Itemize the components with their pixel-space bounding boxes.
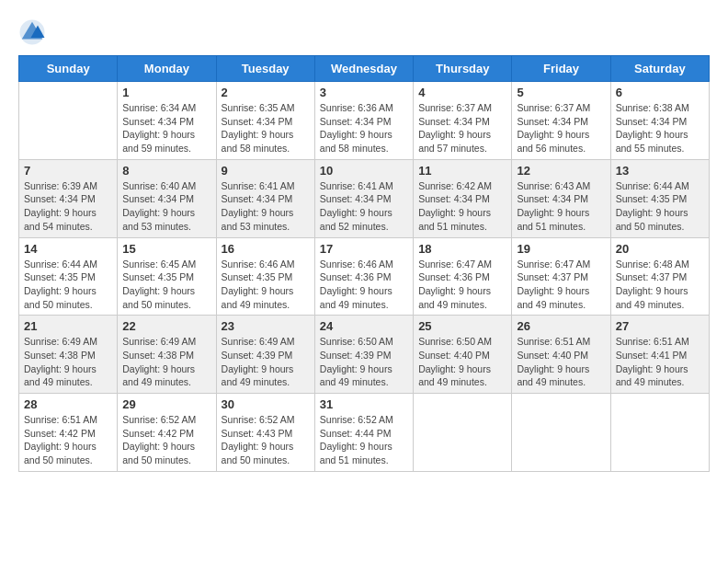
sunrise-text: Sunrise: 6:36 AM [320,102,393,113]
day-number: 27 [616,319,704,333]
sunset-text: Sunset: 4:35 PM [616,193,688,204]
daylight-text: Daylight: 9 hours and 51 minutes. [320,441,392,465]
calendar-header-row: SundayMondayTuesdayWednesdayThursdayFrid… [19,56,710,82]
sunrise-text: Sunrise: 6:49 AM [122,336,196,347]
day-detail: Sunrise: 6:40 AM Sunset: 4:34 PM Dayligh… [122,179,210,234]
logo-icon [18,18,46,46]
sunset-text: Sunset: 4:42 PM [24,428,96,439]
day-detail: Sunrise: 6:52 AM Sunset: 4:44 PM Dayligh… [320,413,408,467]
day-detail: Sunrise: 6:49 AM Sunset: 4:38 PM Dayligh… [122,335,210,389]
daylight-text: Daylight: 9 hours and 49 minutes. [616,363,688,388]
day-detail: Sunrise: 6:44 AM Sunset: 4:35 PM Dayligh… [616,179,704,234]
day-detail: Sunrise: 6:39 AM Sunset: 4:34 PM Dayligh… [24,179,112,234]
calendar-table: SundayMondayTuesdayWednesdayThursdayFrid… [18,55,710,472]
calendar-cell: 30 Sunrise: 6:52 AM Sunset: 4:43 PM Dayl… [216,394,314,472]
sunset-text: Sunset: 4:34 PM [320,116,392,127]
sunrise-text: Sunrise: 6:46 AM [320,259,393,270]
sunset-text: Sunset: 4:39 PM [222,350,293,361]
sunrise-text: Sunrise: 6:49 AM [222,336,295,347]
sunrise-text: Sunrise: 6:35 AM [222,102,295,113]
sunset-text: Sunset: 4:35 PM [24,271,96,282]
day-number: 25 [418,319,506,333]
calendar-cell: 22 Sunrise: 6:49 AM Sunset: 4:38 PM Dayl… [118,316,216,394]
day-header-friday: Friday [512,56,610,82]
day-header-tuesday: Tuesday [216,56,314,82]
sunset-text: Sunset: 4:36 PM [418,271,490,282]
day-number: 13 [616,164,704,178]
day-detail: Sunrise: 6:44 AM Sunset: 4:35 PM Dayligh… [24,258,112,312]
daylight-text: Daylight: 9 hours and 50 minutes. [616,207,688,232]
sunrise-text: Sunrise: 6:51 AM [24,414,97,425]
day-number: 10 [320,164,408,178]
daylight-text: Daylight: 9 hours and 49 minutes. [517,285,589,310]
day-header-sunday: Sunday [19,56,118,82]
calendar-week-row: 1 Sunrise: 6:34 AM Sunset: 4:34 PM Dayli… [19,82,710,160]
calendar-cell [512,394,610,472]
sunset-text: Sunset: 4:34 PM [122,116,194,127]
day-detail: Sunrise: 6:47 AM Sunset: 4:37 PM Dayligh… [517,258,605,312]
daylight-text: Daylight: 9 hours and 54 minutes. [24,207,97,232]
calendar-cell: 24 Sunrise: 6:50 AM Sunset: 4:39 PM Dayl… [314,316,413,394]
daylight-text: Daylight: 9 hours and 49 minutes. [616,285,688,310]
sunrise-text: Sunrise: 6:39 AM [24,180,97,191]
daylight-text: Daylight: 9 hours and 50 minutes. [222,441,294,465]
calendar-cell: 21 Sunrise: 6:49 AM Sunset: 4:38 PM Dayl… [19,316,118,394]
logo [18,18,50,46]
sunrise-text: Sunrise: 6:47 AM [517,259,590,270]
day-number: 28 [24,397,112,411]
sunset-text: Sunset: 4:38 PM [122,350,194,361]
daylight-text: Daylight: 9 hours and 59 minutes. [122,129,195,154]
sunrise-text: Sunrise: 6:50 AM [418,336,492,347]
day-number: 20 [616,242,704,256]
sunrise-text: Sunrise: 6:50 AM [320,336,393,347]
day-number: 21 [24,319,112,333]
day-detail: Sunrise: 6:34 AM Sunset: 4:34 PM Dayligh… [122,101,210,155]
sunrise-text: Sunrise: 6:42 AM [418,180,492,191]
day-number: 6 [616,86,704,99]
day-number: 19 [517,242,605,256]
sunrise-text: Sunrise: 6:44 AM [616,180,689,191]
calendar-cell: 19 Sunrise: 6:47 AM Sunset: 4:37 PM Dayl… [512,237,610,316]
day-detail: Sunrise: 6:43 AM Sunset: 4:34 PM Dayligh… [517,179,605,234]
day-header-saturday: Saturday [610,56,709,82]
day-detail: Sunrise: 6:51 AM Sunset: 4:41 PM Dayligh… [616,335,704,389]
calendar-cell: 29 Sunrise: 6:52 AM Sunset: 4:42 PM Dayl… [118,394,216,472]
calendar-cell [19,82,118,160]
header [18,18,710,46]
calendar-cell: 14 Sunrise: 6:44 AM Sunset: 4:35 PM Dayl… [19,237,118,316]
day-number: 4 [418,86,506,99]
day-detail: Sunrise: 6:46 AM Sunset: 4:35 PM Dayligh… [222,258,310,312]
day-detail: Sunrise: 6:48 AM Sunset: 4:37 PM Dayligh… [616,258,704,312]
daylight-text: Daylight: 9 hours and 49 minutes. [24,363,97,388]
day-number: 22 [122,319,210,333]
calendar-week-row: 28 Sunrise: 6:51 AM Sunset: 4:42 PM Dayl… [19,394,710,472]
sunrise-text: Sunrise: 6:43 AM [517,180,590,191]
day-detail: Sunrise: 6:47 AM Sunset: 4:36 PM Dayligh… [418,258,506,312]
day-detail: Sunrise: 6:37 AM Sunset: 4:34 PM Dayligh… [418,101,506,155]
calendar-cell: 3 Sunrise: 6:36 AM Sunset: 4:34 PM Dayli… [314,82,413,160]
daylight-text: Daylight: 9 hours and 50 minutes. [24,441,97,465]
daylight-text: Daylight: 9 hours and 53 minutes. [122,207,195,232]
day-number: 23 [222,319,310,333]
sunset-text: Sunset: 4:40 PM [418,350,490,361]
daylight-text: Daylight: 9 hours and 50 minutes. [122,441,195,465]
daylight-text: Daylight: 9 hours and 49 minutes. [222,285,294,310]
day-detail: Sunrise: 6:51 AM Sunset: 4:42 PM Dayligh… [24,413,112,467]
day-number: 17 [320,242,408,256]
calendar-cell: 13 Sunrise: 6:44 AM Sunset: 4:35 PM Dayl… [610,159,709,237]
daylight-text: Daylight: 9 hours and 49 minutes. [320,363,392,388]
calendar-week-row: 14 Sunrise: 6:44 AM Sunset: 4:35 PM Dayl… [19,237,710,316]
day-number: 7 [24,164,112,178]
calendar-cell: 10 Sunrise: 6:41 AM Sunset: 4:34 PM Dayl… [314,159,413,237]
day-detail: Sunrise: 6:38 AM Sunset: 4:34 PM Dayligh… [616,101,704,155]
daylight-text: Daylight: 9 hours and 53 minutes. [222,207,294,232]
daylight-text: Daylight: 9 hours and 50 minutes. [122,285,195,310]
calendar-cell: 18 Sunrise: 6:47 AM Sunset: 4:36 PM Dayl… [414,237,512,316]
sunset-text: Sunset: 4:34 PM [122,193,194,204]
sunset-text: Sunset: 4:38 PM [24,350,96,361]
day-detail: Sunrise: 6:41 AM Sunset: 4:34 PM Dayligh… [320,179,408,234]
daylight-text: Daylight: 9 hours and 49 minutes. [222,363,294,388]
day-number: 15 [122,242,210,256]
day-number: 12 [517,164,605,178]
sunset-text: Sunset: 4:43 PM [222,428,293,439]
